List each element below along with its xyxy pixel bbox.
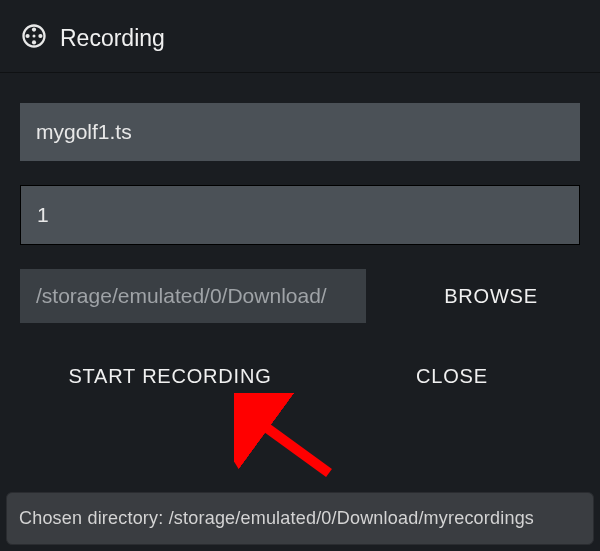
start-recording-button[interactable]: START RECORDING <box>40 349 300 403</box>
arrow-annotation-icon <box>234 393 354 493</box>
toast-message: Chosen directory: /storage/emulated/0/Do… <box>6 492 594 545</box>
svg-line-6 <box>252 417 329 473</box>
duration-input[interactable] <box>20 185 580 245</box>
close-button[interactable]: CLOSE <box>324 349 580 403</box>
action-row: START RECORDING CLOSE <box>20 349 580 403</box>
filename-input[interactable] <box>20 103 580 161</box>
svg-point-4 <box>32 34 35 37</box>
svg-point-1 <box>38 34 42 38</box>
svg-point-0 <box>32 27 36 31</box>
dialog-content: /storage/emulated/0/Download/ BROWSE STA… <box>0 73 600 403</box>
svg-point-3 <box>25 34 29 38</box>
svg-point-2 <box>32 40 36 44</box>
path-display[interactable]: /storage/emulated/0/Download/ <box>20 269 366 323</box>
dialog-header: Recording <box>0 0 600 73</box>
dialog-title: Recording <box>60 25 165 52</box>
browse-button[interactable]: BROWSE <box>402 269 580 323</box>
path-row: /storage/emulated/0/Download/ BROWSE <box>20 269 580 323</box>
film-reel-icon <box>20 22 48 54</box>
